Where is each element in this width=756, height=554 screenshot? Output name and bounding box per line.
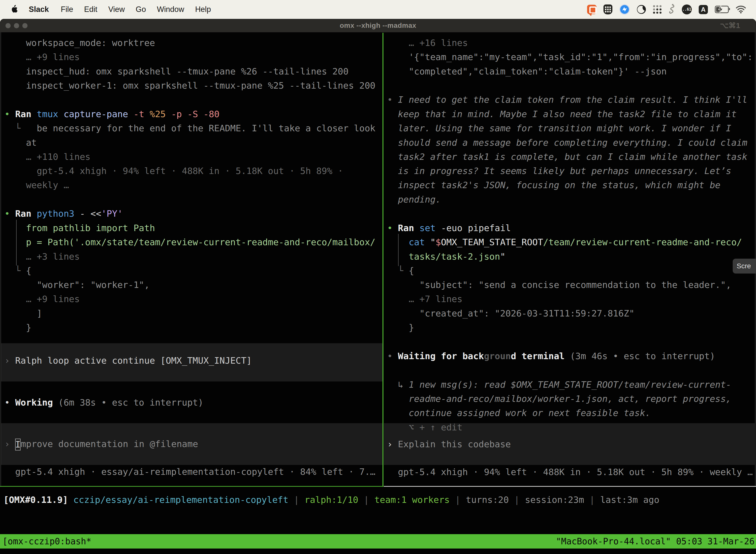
assistant-icon[interactable]: A (699, 5, 708, 14)
terminal-line: "completed","claim_token":"claim-token"}… (387, 64, 756, 78)
menu-item-go[interactable]: Go (136, 5, 146, 14)
terminal-line: pending. (387, 192, 756, 207)
terminal-line: • Ran set -euo pipefail (387, 221, 756, 235)
terminal-line: … +110 lines (4, 150, 382, 164)
screen-sharing-label: Scre (737, 262, 751, 270)
screen-share-icon[interactable] (587, 5, 596, 14)
terminal-line: later. Using the same for transition mig… (387, 121, 756, 135)
terminal-window: omx --xhigh --madmax ⌥⌘1 workspace_mode:… (0, 19, 756, 554)
terminal-line: ⌥ + ↑ edit (387, 420, 756, 434)
timer-label: ..61 (682, 7, 691, 12)
terminal-line: • Ran tmux capture-pane -t %25 -p -S -80 (4, 107, 382, 121)
prompt-input-line[interactable]: › Improve documentation in @filename (4, 437, 382, 451)
browser-icon[interactable] (637, 5, 646, 14)
window-title: omx --xhigh --madmax (0, 19, 756, 32)
keypad-shield-icon[interactable] (604, 4, 612, 14)
apple-icon[interactable] (11, 4, 19, 14)
terminal-line: … +16 lines (387, 36, 756, 50)
terminal-line: task2 after task1 is complete, but can I… (387, 150, 756, 164)
terminal-line: └ be necessary for the end of the README… (4, 121, 382, 135)
tmux-pane-left[interactable]: workspace_mode: worktree … +9 lines insp… (1, 32, 382, 487)
terminal-line: • Waiting for background terminal (3m 46… (387, 349, 756, 363)
menu-item-view[interactable]: View (108, 5, 125, 14)
terminal-line: "subject": "send a concise recommendatio… (387, 278, 756, 292)
terminal-line: inspect task2's JSON, focusing on the st… (387, 178, 756, 192)
terminal-line: … +3 lines (4, 250, 382, 264)
pane-border-right-bottom (384, 486, 756, 487)
terminal-line: readme-and-reco/mailbox/worker-1.json, a… (387, 392, 756, 406)
screen-sharing-overlay[interactable]: Scre (733, 259, 756, 274)
tmux-pane-right[interactable]: … +16 lines '{"team_name":"my-team","tas… (384, 32, 756, 487)
terminal-line: should send a message before completing … (387, 135, 756, 150)
terminal-line: "worker": "worker-1", (4, 278, 382, 292)
window-title-bar[interactable]: omx --xhigh --madmax ⌥⌘1 (0, 19, 756, 32)
timer-icon[interactable]: ..61 (682, 4, 692, 14)
terminal-line: ] (4, 306, 382, 321)
tmux-status-bar: [omx-cczip0:bash* "MacBook-Pro-44.local"… (0, 534, 756, 549)
menu-bar: Slack FileEditViewGoWindowHelp ..61 A (0, 0, 756, 19)
menu-app-name[interactable]: Slack (29, 5, 49, 14)
terminal-line: cat "$OMX_TEAM_STATE_ROOT/team/review-cu… (387, 235, 756, 249)
terminal-line: continue assigned work or next feasible … (387, 406, 756, 420)
terminal-line: … +9 lines (4, 292, 382, 306)
terminal-line: at (4, 135, 382, 150)
terminal-line: workspace_mode: worktree (4, 36, 382, 50)
assistant-label: A (701, 6, 706, 13)
terminal-line: gpt-5.4 xhigh · essay/ai-reimplementatio… (4, 465, 382, 479)
prompt-input-line[interactable]: › Explain this codebase (387, 437, 756, 451)
terminal-line: } (387, 321, 756, 335)
terminal-line: "created_at": "2026-03-31T11:59:27.816Z" (387, 306, 756, 321)
menu-item-help[interactable]: Help (195, 5, 211, 14)
terminal-line: is in progress? It seems likely but perh… (387, 164, 756, 178)
pane-border-left-bottom (0, 486, 383, 487)
terminal-line: tasks/task-2.json" (387, 250, 756, 264)
window-shortcut-hint: ⌥⌘1 (720, 19, 740, 32)
terminal-line: • I need to get the claim token from the… (387, 93, 756, 107)
terminal-line: } (4, 321, 382, 335)
terminal-line: └ { (387, 264, 756, 278)
terminal-line: └ { (4, 264, 382, 278)
messenger-icon[interactable] (619, 4, 630, 15)
terminal-line: weekly … (4, 178, 382, 192)
terminal-line: gpt-5.4 xhigh · 94% left · 488K in · 5.1… (387, 465, 756, 479)
terminal-line: inspect_hud: omx sparkshell --tmux-pane … (4, 64, 382, 78)
snake-icon[interactable] (669, 4, 675, 15)
menu-item-window[interactable]: Window (157, 5, 184, 14)
terminal-line: … +9 lines (4, 50, 382, 64)
macos-screen: Slack FileEditViewGoWindowHelp ..61 A (0, 0, 756, 554)
menu-status-icons: ..61 A (587, 4, 756, 15)
terminal-line: › Ralph loop active continue [OMX_TMUX_I… (4, 353, 382, 368)
menu-items: Slack FileEditViewGoWindowHelp (0, 4, 222, 14)
tmux-host-clock: "MacBook-Pro-44.local" 05:03 31-Mar-26 (556, 536, 756, 546)
battery-icon[interactable] (715, 6, 729, 13)
terminal-line: • Working (6m 38s • esc to interrupt) (4, 395, 382, 409)
terminal-line: from pathlib import Path (4, 221, 382, 235)
terminal-line: … +7 lines (387, 292, 756, 306)
omx-status-line: [OMX#0.11.9] cczip/essay/ai-reimplementa… (3, 493, 659, 507)
wifi-icon[interactable] (736, 5, 746, 13)
terminal-line: p = Path('.omx/state/team/review-current… (4, 235, 382, 249)
terminal-line: • Ran python3 - <<'PY' (4, 207, 382, 221)
terminal-line: keep that in mind. Maybe I also need the… (387, 107, 756, 121)
pane-divider[interactable] (382, 33, 383, 486)
terminal-content: workspace_mode: worktree … +9 lines insp… (0, 32, 756, 554)
dots-grid-icon[interactable] (653, 5, 662, 14)
terminal-line: ↳ 1 new msg(s): read $OMX_TEAM_STATE_ROO… (387, 378, 756, 392)
menu-item-file[interactable]: File (61, 5, 73, 14)
tmux-session-window: [omx-cczip0:bash* (0, 536, 91, 546)
menu-item-edit[interactable]: Edit (84, 5, 97, 14)
terminal-line: '{"team_name":"my-team","task_id":"1","f… (387, 50, 756, 64)
terminal-line: inspect_worker-1: omx sparkshell --tmux-… (4, 78, 382, 93)
terminal-line: gpt-5.4 xhigh · 94% left · 488K in · 5.1… (4, 164, 382, 178)
